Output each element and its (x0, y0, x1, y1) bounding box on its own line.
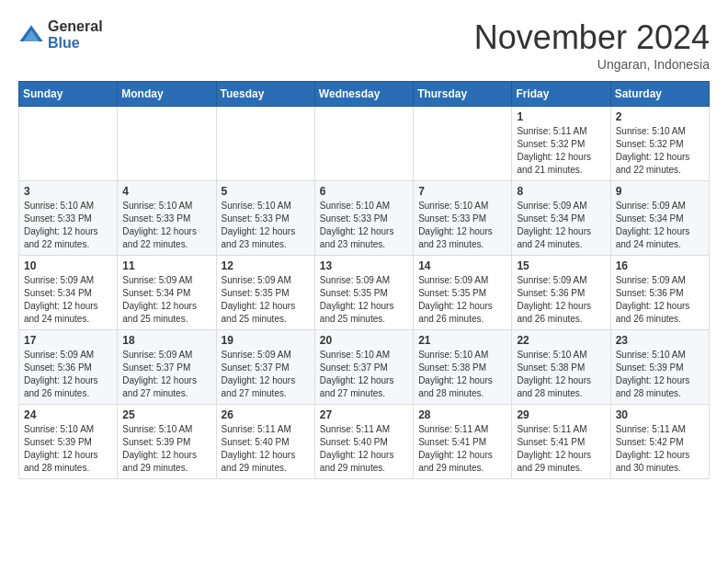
day-info: Sunrise: 5:10 AM Sunset: 5:39 PM Dayligh… (24, 423, 112, 475)
day-info: Sunrise: 5:11 AM Sunset: 5:40 PM Dayligh… (320, 423, 408, 475)
calendar-cell: 29Sunrise: 5:11 AM Sunset: 5:41 PM Dayli… (512, 405, 610, 479)
calendar-table: SundayMondayTuesdayWednesdayThursdayFrid… (18, 81, 710, 479)
day-info: Sunrise: 5:09 AM Sunset: 5:35 PM Dayligh… (222, 274, 310, 326)
calendar-header-friday: Friday (512, 82, 610, 107)
day-number: 13 (320, 259, 408, 272)
day-number: 29 (517, 408, 605, 421)
calendar-cell: 25Sunrise: 5:10 AM Sunset: 5:39 PM Dayli… (118, 405, 216, 479)
day-number: 11 (122, 259, 210, 272)
logo-icon (18, 22, 44, 48)
day-number: 17 (24, 334, 112, 347)
calendar-week-row-3: 10Sunrise: 5:09 AM Sunset: 5:34 PM Dayli… (19, 256, 710, 330)
calendar-cell: 14Sunrise: 5:09 AM Sunset: 5:35 PM Dayli… (414, 256, 512, 330)
calendar-cell: 6Sunrise: 5:10 AM Sunset: 5:33 PM Daylig… (314, 181, 413, 256)
calendar-cell: 1Sunrise: 5:11 AM Sunset: 5:32 PM Daylig… (512, 107, 610, 181)
calendar-cell: 13Sunrise: 5:09 AM Sunset: 5:35 PM Dayli… (314, 256, 413, 330)
calendar-cell (314, 107, 413, 181)
calendar-week-row-5: 24Sunrise: 5:10 AM Sunset: 5:39 PM Dayli… (19, 405, 710, 479)
day-info: Sunrise: 5:09 AM Sunset: 5:36 PM Dayligh… (616, 274, 704, 326)
page-header: General Blue November 2024 Ungaran, Indo… (18, 18, 710, 72)
day-info: Sunrise: 5:10 AM Sunset: 5:33 PM Dayligh… (320, 200, 408, 251)
title-block: November 2024 Ungaran, Indonesia (474, 18, 710, 72)
day-number: 19 (222, 334, 310, 347)
calendar-cell: 11Sunrise: 5:09 AM Sunset: 5:34 PM Dayli… (118, 256, 216, 330)
day-number: 22 (517, 334, 605, 347)
day-number: 6 (320, 185, 408, 198)
day-number: 3 (24, 185, 112, 198)
day-info: Sunrise: 5:11 AM Sunset: 5:40 PM Dayligh… (222, 423, 310, 475)
calendar-week-row-2: 3Sunrise: 5:10 AM Sunset: 5:33 PM Daylig… (19, 181, 710, 256)
calendar-cell: 12Sunrise: 5:09 AM Sunset: 5:35 PM Dayli… (216, 256, 314, 330)
calendar-cell: 3Sunrise: 5:10 AM Sunset: 5:33 PM Daylig… (19, 181, 118, 256)
day-info: Sunrise: 5:10 AM Sunset: 5:32 PM Dayligh… (616, 125, 704, 177)
day-info: Sunrise: 5:10 AM Sunset: 5:38 PM Dayligh… (418, 349, 506, 400)
day-number: 21 (418, 334, 506, 347)
calendar-cell: 18Sunrise: 5:09 AM Sunset: 5:37 PM Dayli… (118, 330, 216, 405)
calendar-cell (19, 107, 118, 181)
calendar-header-tuesday: Tuesday (216, 82, 314, 107)
day-number: 16 (616, 259, 704, 272)
calendar-cell: 4Sunrise: 5:10 AM Sunset: 5:33 PM Daylig… (118, 181, 216, 256)
calendar-cell: 22Sunrise: 5:10 AM Sunset: 5:38 PM Dayli… (512, 330, 610, 405)
day-info: Sunrise: 5:09 AM Sunset: 5:36 PM Dayligh… (24, 349, 112, 400)
calendar-cell: 9Sunrise: 5:09 AM Sunset: 5:34 PM Daylig… (610, 181, 709, 256)
day-number: 8 (517, 185, 605, 198)
day-info: Sunrise: 5:10 AM Sunset: 5:33 PM Dayligh… (222, 200, 310, 251)
day-info: Sunrise: 5:09 AM Sunset: 5:34 PM Dayligh… (616, 200, 704, 251)
day-info: Sunrise: 5:10 AM Sunset: 5:33 PM Dayligh… (418, 200, 506, 251)
day-number: 27 (320, 408, 408, 421)
calendar-cell: 5Sunrise: 5:10 AM Sunset: 5:33 PM Daylig… (216, 181, 314, 256)
calendar-cell: 27Sunrise: 5:11 AM Sunset: 5:40 PM Dayli… (314, 405, 413, 479)
calendar-cell: 10Sunrise: 5:09 AM Sunset: 5:34 PM Dayli… (19, 256, 118, 330)
day-number: 2 (616, 110, 704, 123)
calendar-cell: 28Sunrise: 5:11 AM Sunset: 5:41 PM Dayli… (414, 405, 512, 479)
day-info: Sunrise: 5:09 AM Sunset: 5:35 PM Dayligh… (320, 274, 408, 326)
day-info: Sunrise: 5:09 AM Sunset: 5:34 PM Dayligh… (517, 200, 605, 251)
calendar-header-thursday: Thursday (414, 82, 512, 107)
calendar-cell (118, 107, 216, 181)
day-number: 26 (222, 408, 310, 421)
day-number: 7 (418, 185, 506, 198)
calendar-cell: 15Sunrise: 5:09 AM Sunset: 5:36 PM Dayli… (512, 256, 610, 330)
day-number: 10 (24, 259, 112, 272)
day-info: Sunrise: 5:11 AM Sunset: 5:42 PM Dayligh… (616, 423, 704, 475)
calendar-cell: 7Sunrise: 5:10 AM Sunset: 5:33 PM Daylig… (414, 181, 512, 256)
day-number: 25 (122, 408, 210, 421)
day-number: 4 (122, 185, 210, 198)
calendar-week-row-1: 1Sunrise: 5:11 AM Sunset: 5:32 PM Daylig… (19, 107, 710, 181)
calendar-week-row-4: 17Sunrise: 5:09 AM Sunset: 5:36 PM Dayli… (19, 330, 710, 405)
calendar-cell: 20Sunrise: 5:10 AM Sunset: 5:37 PM Dayli… (314, 330, 413, 405)
calendar-cell: 16Sunrise: 5:09 AM Sunset: 5:36 PM Dayli… (610, 256, 709, 330)
calendar-cell: 19Sunrise: 5:09 AM Sunset: 5:37 PM Dayli… (216, 330, 314, 405)
logo: General Blue (18, 18, 103, 51)
calendar-cell: 17Sunrise: 5:09 AM Sunset: 5:36 PM Dayli… (19, 330, 118, 405)
calendar-header-sunday: Sunday (19, 82, 118, 107)
day-number: 18 (122, 334, 210, 347)
day-number: 5 (222, 185, 310, 198)
calendar-cell (216, 107, 314, 181)
day-info: Sunrise: 5:10 AM Sunset: 5:38 PM Dayligh… (517, 349, 605, 400)
day-info: Sunrise: 5:09 AM Sunset: 5:37 PM Dayligh… (222, 349, 310, 400)
day-info: Sunrise: 5:10 AM Sunset: 5:33 PM Dayligh… (122, 200, 210, 251)
logo-general-text: General (48, 18, 103, 35)
calendar-header-saturday: Saturday (610, 82, 709, 107)
calendar-header-wednesday: Wednesday (314, 82, 413, 107)
logo-blue-text: Blue (48, 35, 103, 52)
calendar-header-monday: Monday (118, 82, 216, 107)
day-info: Sunrise: 5:09 AM Sunset: 5:34 PM Dayligh… (24, 274, 112, 326)
day-info: Sunrise: 5:09 AM Sunset: 5:36 PM Dayligh… (517, 274, 605, 326)
day-number: 1 (517, 110, 605, 123)
day-number: 24 (24, 408, 112, 421)
location-text: Ungaran, Indonesia (474, 57, 710, 72)
day-info: Sunrise: 5:10 AM Sunset: 5:33 PM Dayligh… (24, 200, 112, 251)
calendar-cell: 26Sunrise: 5:11 AM Sunset: 5:40 PM Dayli… (216, 405, 314, 479)
calendar-cell: 21Sunrise: 5:10 AM Sunset: 5:38 PM Dayli… (414, 330, 512, 405)
calendar-cell: 2Sunrise: 5:10 AM Sunset: 5:32 PM Daylig… (610, 107, 709, 181)
day-info: Sunrise: 5:09 AM Sunset: 5:34 PM Dayligh… (122, 274, 210, 326)
calendar-cell (414, 107, 512, 181)
calendar-cell: 24Sunrise: 5:10 AM Sunset: 5:39 PM Dayli… (19, 405, 118, 479)
day-number: 28 (418, 408, 506, 421)
day-info: Sunrise: 5:10 AM Sunset: 5:37 PM Dayligh… (320, 349, 408, 400)
day-number: 23 (616, 334, 704, 347)
day-number: 14 (418, 259, 506, 272)
